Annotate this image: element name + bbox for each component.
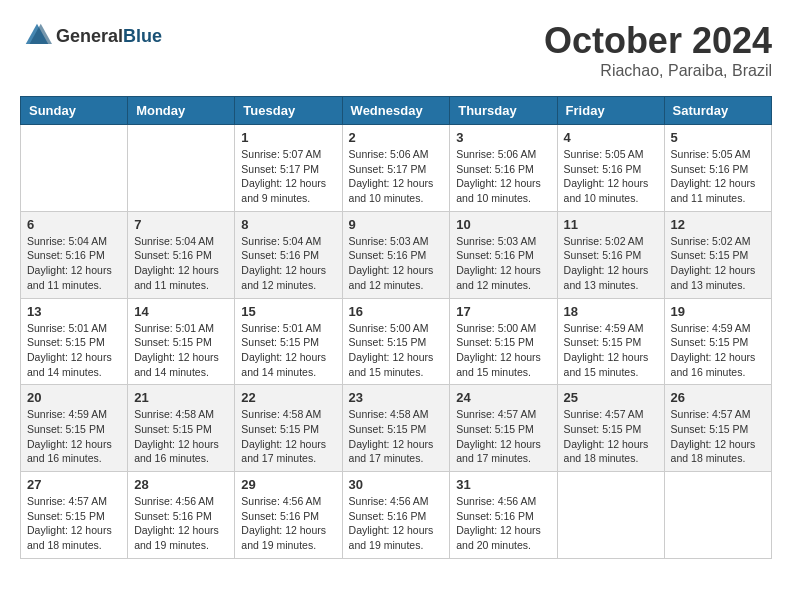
day-info: Sunrise: 5:07 AM Sunset: 5:17 PM Dayligh…: [241, 147, 335, 206]
day-info: Sunrise: 5:06 AM Sunset: 5:17 PM Dayligh…: [349, 147, 444, 206]
calendar-cell: 31Sunrise: 4:56 AM Sunset: 5:16 PM Dayli…: [450, 472, 557, 559]
calendar-cell: 20Sunrise: 4:59 AM Sunset: 5:15 PM Dayli…: [21, 385, 128, 472]
day-info: Sunrise: 5:02 AM Sunset: 5:16 PM Dayligh…: [564, 234, 658, 293]
day-info: Sunrise: 4:59 AM Sunset: 5:15 PM Dayligh…: [564, 321, 658, 380]
day-number: 31: [456, 477, 550, 492]
calendar-cell: 28Sunrise: 4:56 AM Sunset: 5:16 PM Dayli…: [128, 472, 235, 559]
calendar-cell: [557, 472, 664, 559]
day-number: 24: [456, 390, 550, 405]
calendar-cell: 27Sunrise: 4:57 AM Sunset: 5:15 PM Dayli…: [21, 472, 128, 559]
calendar-cell: 26Sunrise: 4:57 AM Sunset: 5:15 PM Dayli…: [664, 385, 771, 472]
day-number: 11: [564, 217, 658, 232]
calendar-cell: 11Sunrise: 5:02 AM Sunset: 5:16 PM Dayli…: [557, 211, 664, 298]
calendar-week-row: 27Sunrise: 4:57 AM Sunset: 5:15 PM Dayli…: [21, 472, 772, 559]
calendar-cell: 16Sunrise: 5:00 AM Sunset: 5:15 PM Dayli…: [342, 298, 450, 385]
calendar-cell: 8Sunrise: 5:04 AM Sunset: 5:16 PM Daylig…: [235, 211, 342, 298]
calendar-table: SundayMondayTuesdayWednesdayThursdayFrid…: [20, 96, 772, 559]
title-section: October 2024 Riachao, Paraiba, Brazil: [544, 20, 772, 80]
day-of-week-header: Wednesday: [342, 97, 450, 125]
calendar-cell: 10Sunrise: 5:03 AM Sunset: 5:16 PM Dayli…: [450, 211, 557, 298]
day-info: Sunrise: 5:02 AM Sunset: 5:15 PM Dayligh…: [671, 234, 765, 293]
calendar-cell: 14Sunrise: 5:01 AM Sunset: 5:15 PM Dayli…: [128, 298, 235, 385]
day-info: Sunrise: 4:58 AM Sunset: 5:15 PM Dayligh…: [241, 407, 335, 466]
day-info: Sunrise: 4:57 AM Sunset: 5:15 PM Dayligh…: [456, 407, 550, 466]
day-number: 18: [564, 304, 658, 319]
day-number: 21: [134, 390, 228, 405]
day-number: 28: [134, 477, 228, 492]
calendar-cell: 24Sunrise: 4:57 AM Sunset: 5:15 PM Dayli…: [450, 385, 557, 472]
calendar-week-row: 6Sunrise: 5:04 AM Sunset: 5:16 PM Daylig…: [21, 211, 772, 298]
day-info: Sunrise: 4:59 AM Sunset: 5:15 PM Dayligh…: [27, 407, 121, 466]
location-subtitle: Riachao, Paraiba, Brazil: [544, 62, 772, 80]
day-info: Sunrise: 5:01 AM Sunset: 5:15 PM Dayligh…: [241, 321, 335, 380]
day-of-week-header: Sunday: [21, 97, 128, 125]
day-info: Sunrise: 5:03 AM Sunset: 5:16 PM Dayligh…: [456, 234, 550, 293]
day-number: 1: [241, 130, 335, 145]
logo-icon: [22, 20, 52, 50]
day-number: 12: [671, 217, 765, 232]
calendar-cell: 6Sunrise: 5:04 AM Sunset: 5:16 PM Daylig…: [21, 211, 128, 298]
day-info: Sunrise: 5:00 AM Sunset: 5:15 PM Dayligh…: [349, 321, 444, 380]
day-info: Sunrise: 5:04 AM Sunset: 5:16 PM Dayligh…: [134, 234, 228, 293]
day-number: 22: [241, 390, 335, 405]
day-info: Sunrise: 5:01 AM Sunset: 5:15 PM Dayligh…: [134, 321, 228, 380]
day-number: 6: [27, 217, 121, 232]
day-number: 26: [671, 390, 765, 405]
calendar-cell: 12Sunrise: 5:02 AM Sunset: 5:15 PM Dayli…: [664, 211, 771, 298]
day-of-week-header: Tuesday: [235, 97, 342, 125]
calendar-cell: 9Sunrise: 5:03 AM Sunset: 5:16 PM Daylig…: [342, 211, 450, 298]
calendar-cell: 4Sunrise: 5:05 AM Sunset: 5:16 PM Daylig…: [557, 125, 664, 212]
calendar-cell: 18Sunrise: 4:59 AM Sunset: 5:15 PM Dayli…: [557, 298, 664, 385]
logo-blue-text: Blue: [123, 26, 162, 46]
day-of-week-header: Saturday: [664, 97, 771, 125]
calendar-cell: 25Sunrise: 4:57 AM Sunset: 5:15 PM Dayli…: [557, 385, 664, 472]
calendar-header-row: SundayMondayTuesdayWednesdayThursdayFrid…: [21, 97, 772, 125]
day-number: 7: [134, 217, 228, 232]
calendar-cell: 19Sunrise: 4:59 AM Sunset: 5:15 PM Dayli…: [664, 298, 771, 385]
day-of-week-header: Thursday: [450, 97, 557, 125]
calendar-cell: 2Sunrise: 5:06 AM Sunset: 5:17 PM Daylig…: [342, 125, 450, 212]
day-number: 2: [349, 130, 444, 145]
day-number: 29: [241, 477, 335, 492]
day-number: 3: [456, 130, 550, 145]
day-number: 17: [456, 304, 550, 319]
day-info: Sunrise: 5:00 AM Sunset: 5:15 PM Dayligh…: [456, 321, 550, 380]
day-info: Sunrise: 4:58 AM Sunset: 5:15 PM Dayligh…: [134, 407, 228, 466]
day-number: 20: [27, 390, 121, 405]
day-number: 14: [134, 304, 228, 319]
calendar-cell: 17Sunrise: 5:00 AM Sunset: 5:15 PM Dayli…: [450, 298, 557, 385]
day-number: 23: [349, 390, 444, 405]
calendar-cell: 23Sunrise: 4:58 AM Sunset: 5:15 PM Dayli…: [342, 385, 450, 472]
day-info: Sunrise: 4:59 AM Sunset: 5:15 PM Dayligh…: [671, 321, 765, 380]
day-info: Sunrise: 5:04 AM Sunset: 5:16 PM Dayligh…: [27, 234, 121, 293]
day-number: 16: [349, 304, 444, 319]
day-info: Sunrise: 5:03 AM Sunset: 5:16 PM Dayligh…: [349, 234, 444, 293]
day-info: Sunrise: 5:01 AM Sunset: 5:15 PM Dayligh…: [27, 321, 121, 380]
day-info: Sunrise: 4:57 AM Sunset: 5:15 PM Dayligh…: [564, 407, 658, 466]
logo-general-text: General: [56, 26, 123, 46]
calendar-cell: 22Sunrise: 4:58 AM Sunset: 5:15 PM Dayli…: [235, 385, 342, 472]
calendar-cell: [664, 472, 771, 559]
header: GeneralBlue October 2024 Riachao, Paraib…: [20, 20, 772, 80]
day-info: Sunrise: 4:56 AM Sunset: 5:16 PM Dayligh…: [349, 494, 444, 553]
day-info: Sunrise: 5:04 AM Sunset: 5:16 PM Dayligh…: [241, 234, 335, 293]
calendar-cell: 30Sunrise: 4:56 AM Sunset: 5:16 PM Dayli…: [342, 472, 450, 559]
day-number: 5: [671, 130, 765, 145]
day-number: 25: [564, 390, 658, 405]
day-info: Sunrise: 4:56 AM Sunset: 5:16 PM Dayligh…: [241, 494, 335, 553]
calendar-week-row: 1Sunrise: 5:07 AM Sunset: 5:17 PM Daylig…: [21, 125, 772, 212]
day-number: 27: [27, 477, 121, 492]
calendar-cell: 15Sunrise: 5:01 AM Sunset: 5:15 PM Dayli…: [235, 298, 342, 385]
day-number: 4: [564, 130, 658, 145]
calendar-week-row: 20Sunrise: 4:59 AM Sunset: 5:15 PM Dayli…: [21, 385, 772, 472]
calendar-cell: 3Sunrise: 5:06 AM Sunset: 5:16 PM Daylig…: [450, 125, 557, 212]
month-title: October 2024: [544, 20, 772, 62]
calendar-cell: 29Sunrise: 4:56 AM Sunset: 5:16 PM Dayli…: [235, 472, 342, 559]
day-info: Sunrise: 4:56 AM Sunset: 5:16 PM Dayligh…: [456, 494, 550, 553]
calendar-cell: 5Sunrise: 5:05 AM Sunset: 5:16 PM Daylig…: [664, 125, 771, 212]
day-info: Sunrise: 4:57 AM Sunset: 5:15 PM Dayligh…: [27, 494, 121, 553]
day-number: 30: [349, 477, 444, 492]
day-of-week-header: Monday: [128, 97, 235, 125]
day-number: 9: [349, 217, 444, 232]
day-info: Sunrise: 4:57 AM Sunset: 5:15 PM Dayligh…: [671, 407, 765, 466]
